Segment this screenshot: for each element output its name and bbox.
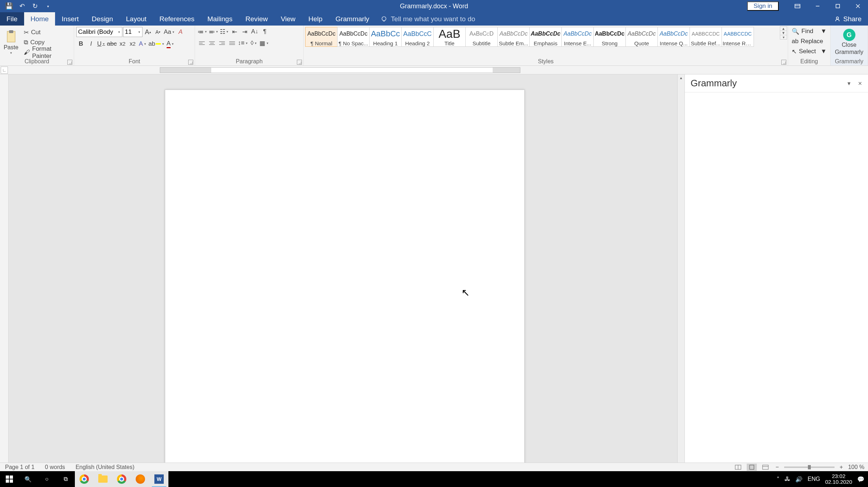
customize-qat-icon[interactable]: ▾ (44, 2, 52, 10)
justify-button[interactable] (227, 38, 237, 48)
underline-button[interactable]: U▼ (96, 39, 106, 49)
tab-review[interactable]: Review (239, 12, 274, 26)
select-button[interactable]: ↖Select▼ (790, 46, 828, 56)
ruler-horizontal[interactable]: ∟ (0, 66, 868, 74)
style-item[interactable]: AaBbCcDcQuote (625, 27, 658, 47)
minimize-icon[interactable] (808, 0, 828, 12)
borders-button[interactable]: ▦▼ (259, 38, 269, 48)
page-canvas[interactable] (165, 90, 525, 478)
vertical-scrollbar[interactable]: ▲▼ (677, 74, 684, 478)
sort-button[interactable]: A↓ (250, 27, 259, 36)
find-button[interactable]: 🔍Find▼ (790, 26, 828, 36)
tray-language[interactable]: ENG (808, 476, 820, 482)
tab-file[interactable]: File (0, 12, 24, 26)
tab-selector[interactable]: ∟ (1, 67, 8, 74)
style-item[interactable]: AaBbCcDcIntense E... (561, 27, 594, 47)
taskbar-explorer[interactable] (94, 471, 112, 487)
replace-button[interactable]: abReplace (790, 36, 828, 46)
style-item[interactable]: AaBbCcCHeading 2 (401, 27, 434, 47)
font-size-combo[interactable]: ▼ (123, 27, 143, 37)
signin-button[interactable]: Sign in (747, 1, 779, 11)
read-mode-button[interactable] (733, 464, 743, 471)
print-layout-button[interactable] (747, 464, 757, 471)
decrease-indent-button[interactable]: ⇤ (230, 27, 239, 36)
undo-icon[interactable]: ↶ (18, 2, 26, 10)
style-item[interactable]: AaBbCcDcSubtle Em... (497, 27, 530, 47)
task-view-button[interactable]: ⧉ (56, 471, 75, 487)
pane-options-icon[interactable]: ▼ (846, 81, 851, 86)
taskbar-word[interactable]: W (150, 471, 168, 487)
status-language[interactable]: English (United States) (71, 464, 140, 470)
highlight-button[interactable]: ab▼ (148, 39, 165, 49)
tray-chevron-icon[interactable]: ˄ (777, 476, 779, 483)
paste-button[interactable]: Paste ▼ (2, 27, 20, 57)
style-item[interactable]: AaBTitle (433, 27, 466, 47)
format-painter-button[interactable]: 🖌Format Painter (22, 48, 72, 57)
bullets-button[interactable]: ≔▼ (197, 27, 208, 36)
text-effects-button[interactable]: A▼ (138, 39, 147, 49)
cortana-button[interactable]: ○ (37, 471, 56, 487)
bold-button[interactable]: B (76, 39, 86, 49)
style-item[interactable]: AaBbCcDc¶ No Spac... (337, 27, 370, 47)
italic-button[interactable]: I (86, 39, 96, 49)
status-words[interactable]: 0 words (40, 464, 71, 470)
tab-design[interactable]: Design (85, 12, 119, 26)
tab-references[interactable]: References (153, 12, 201, 26)
close-icon[interactable] (848, 0, 868, 12)
clear-formatting-button[interactable]: A (176, 27, 185, 37)
tab-view[interactable]: View (274, 12, 302, 26)
change-case-button[interactable]: Aa▼ (163, 27, 175, 37)
subscript-button[interactable]: x2 (118, 39, 127, 49)
style-item[interactable]: AaBbCcDSubtitle (465, 27, 498, 47)
align-center-button[interactable] (207, 38, 217, 48)
zoom-level[interactable]: 100 % (848, 464, 864, 470)
styles-gallery[interactable]: AaBbCcDc¶ NormalAaBbCcDc¶ No Spac...AaBb… (304, 26, 778, 47)
clipboard-launcher-icon[interactable] (67, 60, 72, 65)
taskbar-app-2[interactable] (112, 471, 131, 487)
shrink-font-button[interactable]: A▾ (153, 27, 163, 37)
style-item[interactable]: AaBbCcHeading 1 (369, 27, 402, 47)
style-item[interactable]: AABBCCDCIntense Re... (722, 27, 754, 47)
grow-font-button[interactable]: A▴ (143, 27, 153, 37)
close-grammarly-button[interactable]: G Close Grammarly (835, 27, 864, 57)
zoom-in-button[interactable]: + (838, 464, 845, 470)
multilevel-button[interactable]: ☷▼ (220, 27, 229, 36)
strike-button[interactable]: abc (107, 39, 117, 49)
document-area[interactable]: ↖ ▲▼ (9, 74, 684, 478)
tray-clock[interactable]: 23:02 02.10.2020 (825, 473, 852, 485)
tab-grammarly[interactable]: Grammarly (329, 12, 376, 26)
zoom-slider[interactable] (784, 466, 835, 468)
align-left-button[interactable] (197, 38, 207, 48)
share-button[interactable]: Share (828, 12, 868, 26)
search-button[interactable]: 🔍 (19, 471, 37, 487)
tab-layout[interactable]: Layout (119, 12, 153, 26)
tell-me-search[interactable]: Tell me what you want to do (381, 12, 475, 26)
tab-insert[interactable]: Insert (55, 12, 85, 26)
paragraph-launcher-icon[interactable] (297, 60, 302, 65)
increase-indent-button[interactable]: ⇥ (240, 27, 249, 36)
status-page[interactable]: Page 1 of 1 (0, 464, 40, 470)
superscript-button[interactable]: x2 (128, 39, 137, 49)
style-item[interactable]: AaBbCcDc¶ Normal (305, 27, 338, 47)
save-icon[interactable]: 💾 (5, 2, 13, 10)
start-button[interactable] (0, 471, 19, 487)
cut-button[interactable]: ✂Cut (22, 28, 72, 37)
style-item[interactable]: AaBbCcDcEmphasis (529, 27, 562, 47)
font-name-combo[interactable]: ▼ (76, 27, 122, 37)
align-right-button[interactable] (217, 38, 227, 48)
tab-mailings[interactable]: Mailings (201, 12, 239, 26)
tab-help[interactable]: Help (302, 12, 329, 26)
tray-volume-icon[interactable]: 🔊 (795, 476, 803, 483)
styles-launcher-icon[interactable] (781, 60, 786, 65)
tab-home[interactable]: Home (24, 12, 55, 26)
styles-gallery-more[interactable]: ▲▼▾ (780, 26, 787, 40)
shading-button[interactable]: ◊▼ (249, 38, 258, 48)
pane-close-icon[interactable]: ✕ (858, 81, 862, 86)
tray-network-icon[interactable]: 🖧 (785, 476, 790, 482)
numbering-button[interactable]: ≕▼ (208, 27, 219, 36)
web-layout-button[interactable] (760, 464, 770, 471)
action-center-icon[interactable]: 💬 (857, 476, 864, 483)
taskbar-firefox[interactable] (131, 471, 150, 487)
ruler-vertical[interactable] (0, 74, 9, 478)
ribbon-display-options-icon[interactable] (787, 0, 808, 12)
